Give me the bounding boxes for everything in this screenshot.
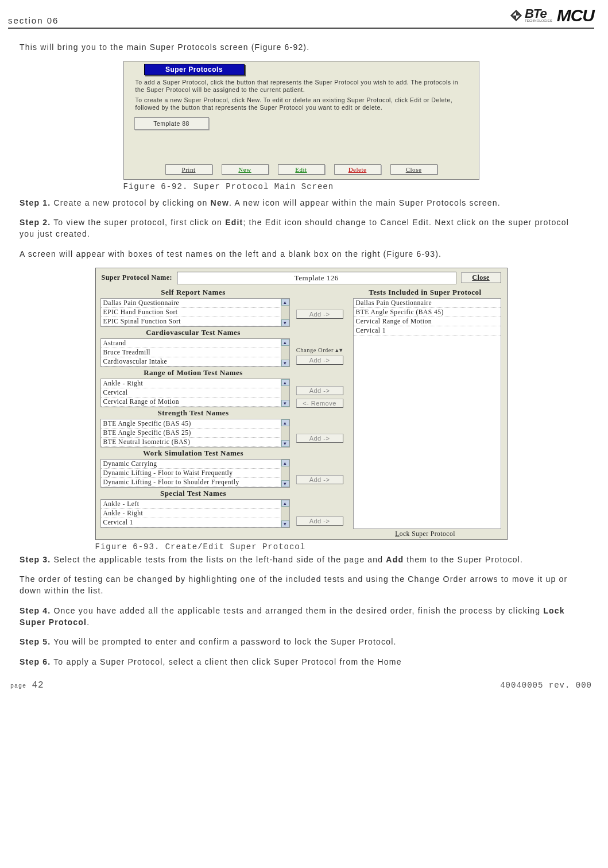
- scrollbar[interactable]: [281, 299, 289, 326]
- add-button[interactable]: Add ->: [296, 516, 343, 526]
- step-6: Step 6. To apply a Super Protocol, selec…: [20, 656, 583, 668]
- scrollbar[interactable]: [281, 500, 289, 527]
- super-protocols-banner: Super Protocols: [144, 64, 245, 75]
- rom-list[interactable]: Ankle - Right Cervical Cervical Range of…: [100, 379, 290, 407]
- bte-diamond-icon: [510, 9, 522, 22]
- list-item[interactable]: Dynamic Lifting - Floor to Waist Frequen…: [101, 469, 289, 478]
- add-button[interactable]: Add ->: [296, 434, 343, 443]
- worksim-header: Work Simulation Test Names: [96, 447, 291, 459]
- list-item[interactable]: Bruce Treadmill: [101, 348, 289, 357]
- step-4: Step 4. Once you have added all the appl…: [20, 605, 583, 628]
- list-item[interactable]: BTE Angle Specific (BAS 45): [101, 419, 289, 429]
- change-order-label[interactable]: Change Order ▴▾: [296, 346, 343, 353]
- list-item[interactable]: Cervical 1: [101, 518, 289, 527]
- list-item[interactable]: Cardiovascular Intake: [101, 357, 289, 367]
- list-item[interactable]: Cervical Range of Motion: [101, 398, 289, 407]
- fig92-caption: Figure 6-92. Super Protocol Main Screen: [123, 182, 479, 191]
- close-button[interactable]: Close: [390, 164, 437, 175]
- logos: BTe TECHNOLOGIES MCU: [510, 6, 594, 25]
- close-button[interactable]: Close: [461, 272, 501, 283]
- step-3: Step 3. Select the applicable tests from…: [20, 554, 583, 565]
- scrollbar[interactable]: [281, 419, 289, 447]
- mcu-logo: MCU: [557, 6, 594, 25]
- step-5: Step 5. You will be prompted to enter an…: [20, 636, 583, 647]
- page-label: page: [10, 683, 26, 689]
- add-button[interactable]: Add ->: [296, 310, 343, 319]
- para-after-step2: A screen will appear with boxes of test …: [20, 248, 583, 260]
- special-list[interactable]: Ankle - Left Ankle - Right Cervical 1: [100, 499, 290, 528]
- template-88-button[interactable]: Template 88: [134, 117, 209, 130]
- worksim-list[interactable]: Dynamic Carrying Dynamic Lifting - Floor…: [100, 459, 290, 488]
- para-after-step3: The order of testing can be changed by h…: [20, 573, 583, 597]
- page-number: 42: [32, 680, 44, 690]
- fig92-text2: To create a new Super Protocol, click Ne…: [124, 97, 479, 114]
- fig93-caption: Figure 6-93. Create/Edit Super Protocol: [95, 542, 508, 551]
- list-item[interactable]: Ankle - Right: [101, 509, 289, 518]
- list-item[interactable]: Cervical: [101, 388, 289, 398]
- step-1: Step 1. Create a new protocol by clickin…: [20, 197, 583, 209]
- list-item[interactable]: BTE Angle Specific (BAS 25): [101, 429, 289, 438]
- list-item[interactable]: Cervical Range of Motion: [354, 317, 501, 326]
- bte-sub: TECHNOLOGIES: [525, 19, 552, 22]
- strength-header: Strength Test Names: [96, 407, 291, 419]
- self-report-header: Self Report Names: [96, 287, 291, 298]
- step-2: Step 2. To view the super protocol, firs…: [20, 217, 583, 240]
- bte-text: BTe: [525, 9, 552, 19]
- cardio-header: Cardiovascular Test Names: [96, 327, 291, 338]
- bte-logo: BTe TECHNOLOGIES: [510, 9, 552, 22]
- list-item[interactable]: Cervical 1: [354, 326, 501, 335]
- list-item[interactable]: Ankle - Right: [101, 379, 289, 388]
- rom-header: Range of Motion Test Names: [96, 367, 291, 379]
- scrollbar[interactable]: [281, 460, 289, 487]
- add-button[interactable]: Add ->: [296, 475, 343, 484]
- figure-6-92: Super Protocols To add a Super Protocol,…: [123, 61, 479, 179]
- super-protocol-name-label: Super Protocol Name:: [102, 273, 173, 282]
- list-item[interactable]: Dallas Pain Questionnaire: [101, 299, 289, 308]
- page-header: section 06 BTe TECHNOLOGIES MCU: [8, 6, 594, 29]
- list-item[interactable]: EPIC Spinal Function Sort: [101, 317, 289, 326]
- self-report-list[interactable]: Dallas Pain Questionnaire EPIC Hand Func…: [100, 298, 290, 327]
- new-button[interactable]: New: [222, 164, 269, 175]
- list-item[interactable]: EPIC Hand Function Sort: [101, 308, 289, 317]
- included-list[interactable]: Dallas Pain Questionnaire BTE Angle Spec…: [353, 298, 501, 529]
- lock-super-protocol-button[interactable]: Lock Super Protocol: [348, 529, 502, 539]
- remove-button[interactable]: <- Remove: [296, 399, 343, 408]
- list-item[interactable]: Dallas Pain Questionnaire: [354, 299, 501, 308]
- scrollbar[interactable]: [281, 339, 289, 367]
- list-item[interactable]: BTE Angle Specific (BAS 45): [354, 308, 501, 317]
- list-item[interactable]: Astrand: [101, 339, 289, 348]
- super-protocol-name-input[interactable]: Template 126: [177, 272, 456, 284]
- fig92-text1: To add a Super Protocol, click the butto…: [124, 79, 479, 97]
- strength-list[interactable]: BTE Angle Specific (BAS 45) BTE Angle Sp…: [100, 419, 290, 447]
- revision-number: 40040005 rev. 000: [500, 681, 592, 690]
- list-item[interactable]: Dynamic Lifting - Floor to Shoulder Freq…: [101, 478, 289, 487]
- section-label: section 06: [8, 16, 59, 25]
- scrollbar[interactable]: [281, 379, 289, 407]
- delete-button[interactable]: Delete: [334, 164, 381, 175]
- special-header: Special Test Names: [96, 488, 291, 499]
- included-header: Tests Included in Super Protocol: [348, 287, 502, 298]
- add-button[interactable]: Add ->: [296, 386, 343, 395]
- list-item[interactable]: Ankle - Left: [101, 500, 289, 509]
- list-item[interactable]: Dynamic Carrying: [101, 460, 289, 469]
- figure-6-93: Super Protocol Name: Template 126 Close …: [95, 268, 508, 540]
- list-item[interactable]: BTE Neutral Isometric (BAS): [101, 438, 289, 447]
- intro-text: This will bring you to the main Super Pr…: [20, 41, 583, 53]
- add-button[interactable]: Add ->: [296, 356, 343, 365]
- page-footer: page 42 40040005 rev. 000: [8, 676, 594, 690]
- print-button[interactable]: Print: [165, 164, 212, 175]
- cardio-list[interactable]: Astrand Bruce Treadmill Cardiovascular I…: [100, 338, 290, 367]
- edit-button[interactable]: Edit: [278, 164, 325, 175]
